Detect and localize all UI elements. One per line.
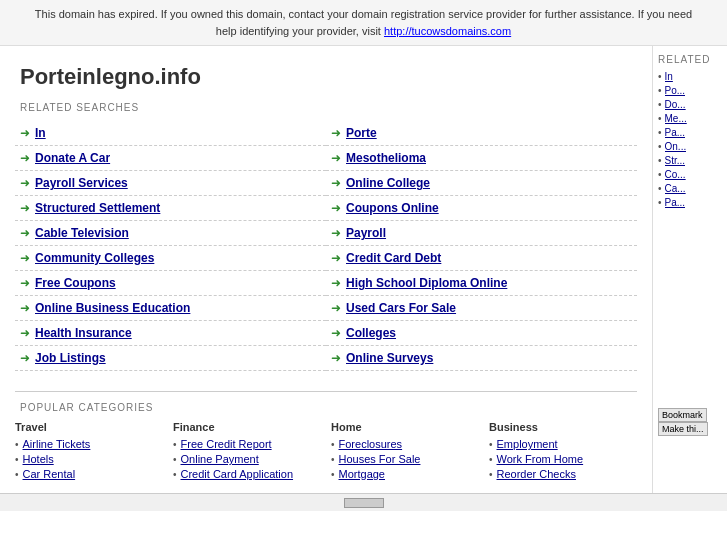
list-item: ➜ Colleges: [326, 321, 637, 346]
list-item: ➜ Online College: [326, 171, 637, 196]
link-payroll[interactable]: Payroll: [346, 226, 386, 240]
popular-column-business: Business • Employment • Work From Home •…: [489, 421, 637, 483]
link-credit-card-application[interactable]: Credit Card Application: [181, 468, 294, 480]
arrow-icon: ➜: [20, 226, 30, 240]
link-coupons-online[interactable]: Coupons Online: [346, 201, 439, 215]
popular-column-home: Home • Foreclosures • Houses For Sale • …: [331, 421, 479, 483]
link-job-listings[interactable]: Job Listings: [35, 351, 106, 365]
right-sidebar: RELATED • In • Po... • Do... • Me... • P…: [652, 46, 727, 493]
column-title-home: Home: [331, 421, 479, 433]
list-item: • Str...: [658, 155, 722, 166]
link-online-surveys[interactable]: Online Surveys: [346, 351, 433, 365]
link-credit-card-debt[interactable]: Credit Card Debt: [346, 251, 441, 265]
link-online-business-education[interactable]: Online Business Education: [35, 301, 190, 315]
list-item: • In: [658, 71, 722, 82]
list-item: ➜ Coupons Online: [326, 196, 637, 221]
column-title-finance: Finance: [173, 421, 321, 433]
list-item: ➜ Community Colleges: [15, 246, 326, 271]
sidebar-link-co[interactable]: Co...: [665, 169, 686, 180]
list-item: • Do...: [658, 99, 722, 110]
list-item: ➜ Mesothelioma: [326, 146, 637, 171]
link-structured-settlement[interactable]: Structured Settlement: [35, 201, 160, 215]
list-item: • Free Credit Report: [173, 438, 321, 450]
list-item: ➜ Online Surveys: [326, 346, 637, 371]
arrow-icon: ➜: [20, 326, 30, 340]
link-online-payment[interactable]: Online Payment: [181, 453, 259, 465]
sidebar-link-po[interactable]: Po...: [665, 85, 686, 96]
list-item: ➜ Payroll Services: [15, 171, 326, 196]
arrow-icon: ➜: [331, 276, 341, 290]
link-donate-a-car[interactable]: Donate A Car: [35, 151, 110, 165]
sidebar-bottom-buttons: Bookmark Make thi...: [658, 408, 722, 436]
sidebar-link-me[interactable]: Me...: [665, 113, 687, 124]
links-grid: ➜ In ➜ Donate A Car ➜ Payroll Services ➜…: [15, 121, 637, 371]
list-item: ➜ Job Listings: [15, 346, 326, 371]
link-free-credit-report[interactable]: Free Credit Report: [181, 438, 272, 450]
popular-categories-section: POPULAR CATEGORIES Travel • Airline Tick…: [15, 402, 637, 483]
sidebar-link-ca[interactable]: Ca...: [665, 183, 686, 194]
arrow-icon: ➜: [331, 301, 341, 315]
bullet-icon: •: [489, 454, 493, 465]
list-item: ➜ Used Cars For Sale: [326, 296, 637, 321]
list-item: ➜ Structured Settlement: [15, 196, 326, 221]
link-employment[interactable]: Employment: [497, 438, 558, 450]
sidebar-link-in[interactable]: In: [665, 71, 673, 82]
sidebar-link-pa[interactable]: Pa...: [665, 127, 686, 138]
link-car-rental[interactable]: Car Rental: [23, 468, 76, 480]
popular-column-finance: Finance • Free Credit Report • Online Pa…: [173, 421, 321, 483]
list-item: ➜ Online Business Education: [15, 296, 326, 321]
link-reorder-checks[interactable]: Reorder Checks: [497, 468, 576, 480]
link-high-school-diploma-online[interactable]: High School Diploma Online: [346, 276, 507, 290]
arrow-icon: ➜: [20, 251, 30, 265]
link-foreclosures[interactable]: Foreclosures: [339, 438, 403, 450]
sidebar-link-pa2[interactable]: Pa...: [665, 197, 686, 208]
banner-link[interactable]: http://tucowsdomains.com: [384, 25, 511, 37]
link-colleges[interactable]: Colleges: [346, 326, 396, 340]
bullet-icon: •: [489, 469, 493, 480]
bullet-icon: •: [489, 439, 493, 450]
link-payroll-services[interactable]: Payroll Services: [35, 176, 128, 190]
link-houses-for-sale[interactable]: Houses For Sale: [339, 453, 421, 465]
arrow-icon: ➜: [331, 151, 341, 165]
list-item: ➜ Payroll: [326, 221, 637, 246]
arrow-icon: ➜: [20, 151, 30, 165]
link-porte[interactable]: Porte: [346, 126, 377, 140]
bookmark-button[interactable]: Bookmark: [658, 408, 707, 422]
sidebar-link-str[interactable]: Str...: [665, 155, 686, 166]
link-cable-television[interactable]: Cable Television: [35, 226, 129, 240]
list-item: ➜ Cable Television: [15, 221, 326, 246]
list-item: • Houses For Sale: [331, 453, 479, 465]
link-free-coupons[interactable]: Free Coupons: [35, 276, 116, 290]
sidebar-link-on[interactable]: On...: [665, 141, 687, 152]
link-airline-tickets[interactable]: Airline Tickets: [23, 438, 91, 450]
list-item: • Pa...: [658, 197, 722, 208]
arrow-icon: ➜: [331, 251, 341, 265]
bullet-icon: •: [658, 71, 662, 82]
list-item: • On...: [658, 141, 722, 152]
sidebar-link-do[interactable]: Do...: [665, 99, 686, 110]
sidebar-related-label: RELATED: [658, 54, 722, 65]
scroll-thumb[interactable]: [344, 498, 384, 508]
link-hotels[interactable]: Hotels: [23, 453, 54, 465]
link-work-from-home[interactable]: Work From Home: [497, 453, 584, 465]
link-mortgage[interactable]: Mortgage: [339, 468, 385, 480]
list-item: • Ca...: [658, 183, 722, 194]
bullet-icon: •: [658, 113, 662, 124]
bullet-icon: •: [173, 454, 177, 465]
link-used-cars-for-sale[interactable]: Used Cars For Sale: [346, 301, 456, 315]
list-item: • Foreclosures: [331, 438, 479, 450]
link-in[interactable]: In: [35, 126, 46, 140]
arrow-icon: ➜: [20, 201, 30, 215]
section-divider: [15, 391, 637, 392]
make-this-button[interactable]: Make thi...: [658, 422, 708, 436]
related-searches-label: RELATED SEARCHES: [15, 102, 637, 113]
bullet-icon: •: [658, 183, 662, 194]
list-item: • Me...: [658, 113, 722, 124]
link-online-college[interactable]: Online College: [346, 176, 430, 190]
link-community-colleges[interactable]: Community Colleges: [35, 251, 154, 265]
list-item: • Car Rental: [15, 468, 163, 480]
link-health-insurance[interactable]: Health Insurance: [35, 326, 132, 340]
link-mesothelioma[interactable]: Mesothelioma: [346, 151, 426, 165]
list-item: ➜ Health Insurance: [15, 321, 326, 346]
list-item: • Work From Home: [489, 453, 637, 465]
